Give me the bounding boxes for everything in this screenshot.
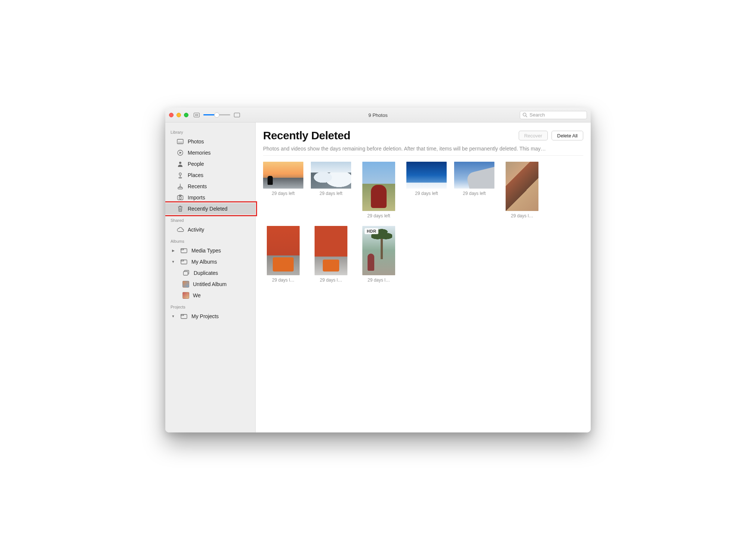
svg-rect-9 <box>178 187 182 189</box>
sidebar-item-label: Activity <box>188 227 204 233</box>
zoom-in-icon[interactable] <box>234 113 240 117</box>
photo-cell[interactable]: 29 days left <box>454 162 494 218</box>
divider <box>263 155 583 156</box>
sidebar-item-label: Untitled Album <box>193 281 227 287</box>
delete-all-button[interactable]: Delete All <box>552 131 583 140</box>
minimize-window-button[interactable] <box>176 113 181 117</box>
photo-thumbnail[interactable] <box>362 162 395 211</box>
sidebar-item-places[interactable]: Places <box>165 170 255 181</box>
sidebar-item-photos[interactable]: Photos <box>165 136 255 147</box>
stack-icon <box>182 269 190 277</box>
photo-art <box>506 162 538 211</box>
hdr-badge: HDR <box>365 228 378 234</box>
photo-thumbnail[interactable] <box>311 162 351 189</box>
sidebar-item-memories[interactable]: Memories <box>165 147 255 158</box>
photo-cell[interactable]: 29 days l… <box>263 226 303 283</box>
sidebar-item-label: Duplicates <box>194 270 218 276</box>
cloud-icon <box>176 226 184 233</box>
sidebar-item-untitled-album[interactable]: Untitled Album <box>165 279 255 290</box>
trash-icon <box>176 205 184 212</box>
days-left-label: 29 days l… <box>320 277 342 283</box>
days-left-label: 29 days left <box>319 191 342 196</box>
photos-icon <box>176 138 184 145</box>
days-left-label: 29 days l… <box>368 277 390 283</box>
photo-thumbnail[interactable] <box>267 226 300 275</box>
folder-icon <box>180 247 188 254</box>
section-label-shared: Shared <box>165 214 255 224</box>
svg-rect-14 <box>181 249 184 250</box>
svg-line-1 <box>526 116 527 117</box>
memories-icon <box>176 149 184 156</box>
days-left-label: 29 days l… <box>272 277 294 283</box>
photo-cell[interactable]: 29 days l… <box>311 226 351 283</box>
sidebar-item-duplicates[interactable]: Duplicates <box>165 267 255 279</box>
svg-rect-18 <box>184 271 188 275</box>
imports-icon <box>176 194 184 201</box>
sidebar-item-label: Memories <box>188 150 210 156</box>
close-window-button[interactable] <box>169 113 174 117</box>
places-icon <box>176 171 184 179</box>
photo-thumbnail[interactable] <box>315 226 347 275</box>
photo-art <box>311 162 351 189</box>
photo-thumbnail[interactable] <box>506 162 538 211</box>
photos-app-window: 9 Photos Search Library Photos M <box>165 108 591 432</box>
sidebar-item-recently-deleted[interactable]: Recently Deleted <box>165 203 255 214</box>
zoom-control <box>194 113 240 117</box>
recover-button[interactable]: Recover <box>519 131 548 140</box>
fullscreen-window-button[interactable] <box>184 113 188 117</box>
photo-art <box>362 162 395 211</box>
days-left-label: 29 days left <box>367 213 390 218</box>
album-thumbnail-icon <box>182 292 189 299</box>
sidebar-item-label: We <box>193 292 201 298</box>
svg-marker-5 <box>179 152 182 154</box>
zoom-slider[interactable] <box>203 114 230 115</box>
photo-cell[interactable]: 29 days left <box>263 162 303 218</box>
window-controls <box>169 113 188 117</box>
photo-thumbnail[interactable] <box>263 162 303 189</box>
svg-point-8 <box>179 177 182 178</box>
sidebar-item-activity[interactable]: Activity <box>165 224 255 235</box>
photo-thumbnail[interactable] <box>406 162 447 189</box>
sidebar-item-media-types[interactable]: ▶ Media Types <box>165 245 255 256</box>
sidebar-item-label: Media Types <box>191 248 221 254</box>
photo-art <box>406 162 447 189</box>
disclosure-right-icon[interactable]: ▶ <box>171 249 175 252</box>
svg-point-6 <box>179 162 181 164</box>
sidebar-item-people[interactable]: People <box>165 158 255 170</box>
sidebar-item-my-projects[interactable]: ▼ My Projects <box>165 311 255 322</box>
photo-cell[interactable]: 29 days left <box>406 162 447 218</box>
svg-point-12 <box>179 197 181 199</box>
sidebar-item-my-albums[interactable]: ▼ My Albums <box>165 256 255 267</box>
people-icon <box>176 160 184 168</box>
photo-cell[interactable]: HDR29 days l… <box>359 226 399 283</box>
photo-cell[interactable]: 29 days left <box>359 162 399 218</box>
svg-rect-13 <box>181 249 187 253</box>
sidebar-item-label: Recently Deleted <box>188 206 228 212</box>
sidebar-item-imports[interactable]: Imports <box>165 192 255 203</box>
album-thumbnail-icon <box>182 281 189 288</box>
main-content: Recently Deleted Recover Delete All Phot… <box>256 122 591 432</box>
section-label-projects: Projects <box>165 301 255 311</box>
photo-thumbnail[interactable]: HDR <box>362 226 395 275</box>
sidebar-item-label: My Projects <box>191 313 219 319</box>
titlebar: 9 Photos Search <box>165 108 591 122</box>
sidebar-item-label: Recents <box>188 183 207 189</box>
photo-art <box>263 162 303 189</box>
photo-cell[interactable]: 29 days l… <box>502 162 542 218</box>
photo-thumbnail[interactable] <box>454 162 494 189</box>
page-subtitle: Photos and videos show the days remainin… <box>263 146 583 152</box>
search-placeholder: Search <box>529 112 545 118</box>
photo-cell[interactable]: 29 days left <box>311 162 351 218</box>
sidebar-item-recents[interactable]: Recents <box>165 181 255 192</box>
sidebar-item-label: People <box>188 161 204 167</box>
disclosure-down-icon[interactable]: ▼ <box>171 260 175 264</box>
days-left-label: 29 days left <box>272 191 294 196</box>
svg-rect-20 <box>181 314 184 316</box>
disclosure-down-icon[interactable]: ▼ <box>171 314 175 318</box>
sidebar: Library Photos Memories People <box>165 122 256 432</box>
sidebar-item-we[interactable]: We <box>165 290 255 301</box>
folder-icon <box>180 258 188 266</box>
zoom-out-icon[interactable] <box>194 113 200 117</box>
photo-grid: 29 days left29 days left29 days left29 d… <box>263 162 583 283</box>
search-field[interactable]: Search <box>520 111 587 119</box>
